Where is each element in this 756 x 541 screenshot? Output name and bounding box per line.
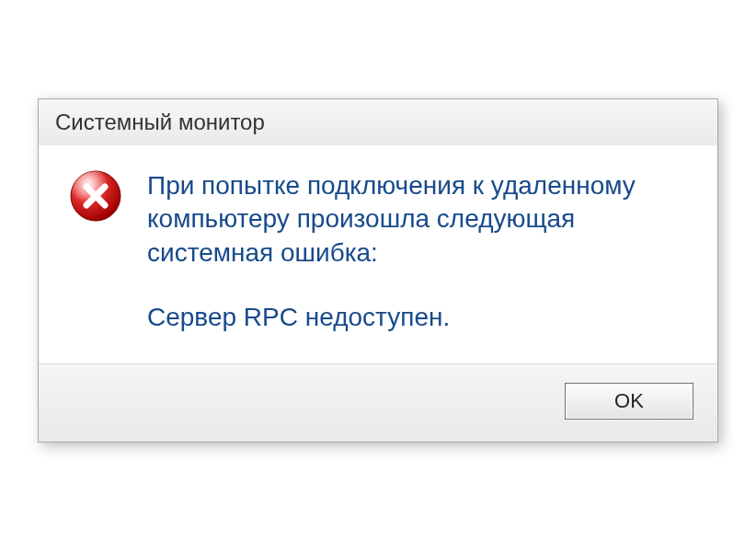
ok-button[interactable]: OK [565,383,693,420]
message-line-2: Сервер RPC недоступен. [147,301,690,334]
error-icon [66,169,125,228]
message-line-1: При попытке подключения к удаленному ком… [147,169,690,270]
dialog-content: При попытке подключения к удаленному ком… [39,145,717,365]
dialog-message: При попытке подключения к удаленному ком… [147,169,690,335]
dialog-button-row: OK [39,364,717,442]
dialog-titlebar: Системный монитор [39,99,717,145]
error-dialog: Системный монитор [38,98,718,443]
dialog-title: Системный монитор [55,109,265,135]
